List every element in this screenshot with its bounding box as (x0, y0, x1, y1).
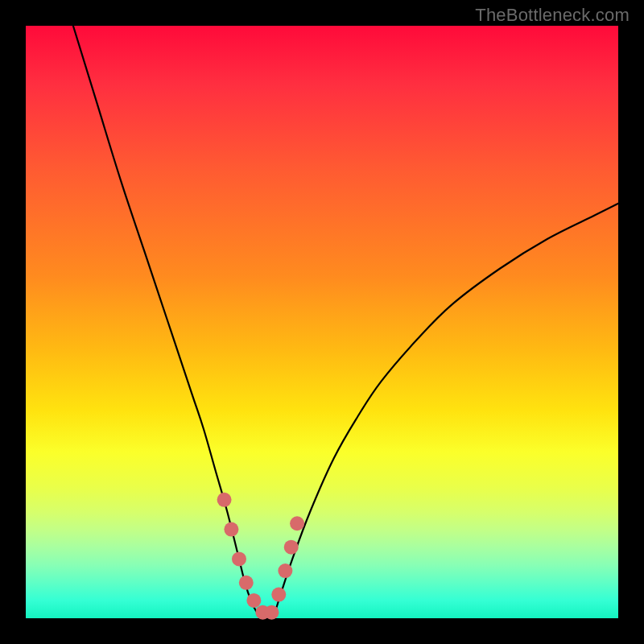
bottleneck-curve-path (73, 26, 618, 619)
highlight-dots-group (217, 493, 305, 620)
highlight-dot (217, 493, 232, 507)
highlight-dot (232, 551, 246, 566)
highlight-dot (224, 522, 238, 537)
plot-area (26, 26, 618, 618)
highlight-dot (246, 593, 261, 608)
chart-frame: TheBottleneck.com (0, 0, 644, 644)
highlight-dot (290, 516, 304, 530)
watermark-label: TheBottleneck.com (475, 5, 630, 26)
highlight-dot (271, 588, 286, 602)
highlight-dot (278, 564, 292, 578)
highlight-dot (264, 605, 279, 620)
highlight-dot (284, 540, 299, 555)
highlight-dot (239, 576, 254, 590)
curve-svg (26, 26, 618, 618)
